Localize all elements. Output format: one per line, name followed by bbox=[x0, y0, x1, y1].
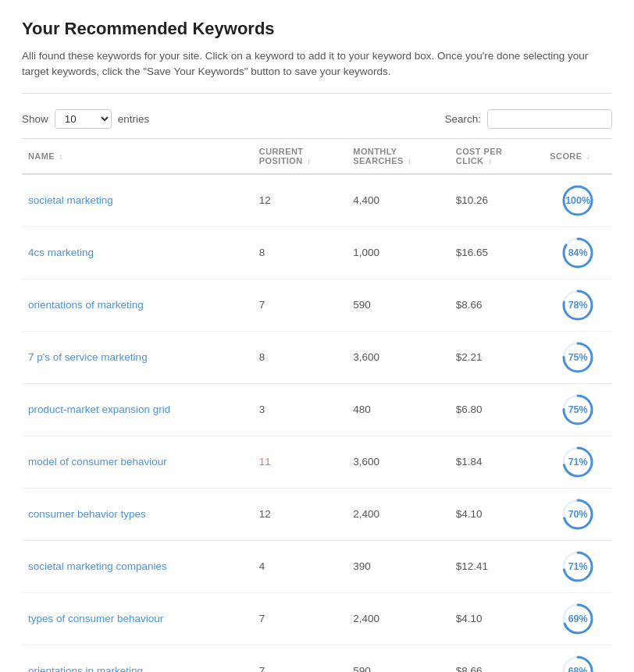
score-circle: 71% bbox=[561, 445, 595, 479]
table-row: societal marketing companies4390$12.41 7… bbox=[22, 540, 612, 592]
table-row: orientations of marketing7590$8.66 78% bbox=[22, 279, 612, 331]
table-row: types of consumer behaviour72,400$4.10 6… bbox=[22, 592, 612, 645]
table-row: product-market expansion grid3480$6.80 7… bbox=[22, 383, 612, 436]
score-cell: 78% bbox=[543, 279, 612, 331]
table-row: 7 p's of service marketing83,600$2.21 75… bbox=[22, 331, 612, 383]
table-row: 4cs marketing81,000$16.65 84% bbox=[22, 226, 612, 279]
page-description: Alli found these keywords for your site.… bbox=[22, 48, 612, 94]
position-cell: 12 bbox=[253, 174, 347, 227]
col-header-cpc[interactable]: COST PERCLICK ↕ bbox=[450, 138, 544, 174]
keyword-link[interactable]: 4cs marketing bbox=[28, 247, 94, 258]
keyword-table: NAME ↕ CURRENTPOSITION ↕ MONTHLYSEARCHES… bbox=[22, 138, 612, 673]
score-value: 71% bbox=[568, 457, 588, 468]
col-header-position[interactable]: CURRENTPOSITION ↕ bbox=[253, 138, 347, 174]
keyword-link[interactable]: societal marketing companies bbox=[28, 560, 167, 572]
monthly-searches-cell: 480 bbox=[347, 383, 449, 436]
score-sort-icon: ↓ bbox=[586, 152, 590, 161]
score-value: 75% bbox=[568, 404, 588, 415]
keyword-link[interactable]: model of consumer behaviour bbox=[28, 456, 167, 468]
keyword-link[interactable]: 7 p's of service marketing bbox=[28, 351, 148, 363]
score-value: 70% bbox=[568, 509, 588, 520]
monthly-searches-cell: 3,600 bbox=[347, 436, 449, 488]
score-circle: 78% bbox=[561, 288, 595, 322]
score-value: 78% bbox=[568, 300, 588, 311]
score-value: 100% bbox=[565, 195, 590, 206]
score-value: 69% bbox=[568, 613, 588, 624]
position-cell: 8 bbox=[253, 331, 347, 383]
score-value: 84% bbox=[568, 247, 588, 258]
score-circle: 100% bbox=[561, 183, 595, 218]
cpc-sort-icon: ↕ bbox=[488, 157, 492, 165]
cpc-cell: $1.84 bbox=[450, 436, 544, 488]
cpc-cell: $12.41 bbox=[450, 540, 544, 592]
score-cell: 71% bbox=[543, 540, 612, 592]
position-cell: 7 bbox=[253, 645, 347, 672]
score-cell: 75% bbox=[543, 331, 612, 383]
score-value: 71% bbox=[568, 561, 588, 572]
position-cell: 11 bbox=[253, 436, 347, 488]
search-label: Search: bbox=[444, 113, 481, 125]
col-header-name[interactable]: NAME ↕ bbox=[22, 138, 253, 174]
score-circle: 70% bbox=[561, 497, 595, 532]
entries-label: entries bbox=[118, 113, 150, 125]
score-cell: 68% bbox=[543, 645, 612, 672]
search-box: Search: bbox=[444, 109, 612, 129]
table-row: consumer behavior types122,400$4.10 70% bbox=[22, 488, 612, 540]
cpc-cell: $8.66 bbox=[450, 279, 544, 331]
monthly-searches-cell: 590 bbox=[347, 279, 449, 331]
table-row: model of consumer behaviour113,600$1.84 … bbox=[22, 436, 612, 488]
position-cell: 12 bbox=[253, 488, 347, 540]
table-row: orientations in marketing7590$8.66 68% bbox=[22, 645, 612, 672]
keyword-link[interactable]: orientations of marketing bbox=[28, 299, 144, 311]
score-circle: 69% bbox=[561, 602, 595, 636]
monthly-searches-cell: 1,000 bbox=[347, 226, 449, 279]
monthly-searches-cell: 4,400 bbox=[347, 174, 449, 227]
monthly-sort-icon: ↕ bbox=[408, 157, 411, 165]
show-label: Show bbox=[22, 113, 48, 125]
score-cell: 84% bbox=[543, 226, 612, 279]
score-circle: 75% bbox=[561, 393, 595, 427]
cpc-cell: $8.66 bbox=[450, 645, 544, 672]
keyword-link[interactable]: societal marketing bbox=[28, 194, 113, 206]
keyword-link[interactable]: types of consumer behaviour bbox=[28, 613, 163, 624]
cpc-cell: $4.10 bbox=[450, 488, 544, 540]
score-value: 68% bbox=[568, 666, 588, 673]
position-cell: 3 bbox=[253, 383, 347, 436]
score-cell: 100% bbox=[543, 174, 612, 227]
monthly-searches-cell: 3,600 bbox=[347, 331, 449, 383]
monthly-searches-cell: 590 bbox=[347, 645, 449, 672]
score-cell: 70% bbox=[543, 488, 612, 540]
table-body: societal marketing124,400$10.26 100% 4cs… bbox=[22, 174, 612, 673]
table-controls: Show 10 25 50 100 entries Search: bbox=[22, 109, 612, 129]
keyword-link[interactable]: orientations in marketing bbox=[28, 665, 143, 672]
position-cell: 4 bbox=[253, 540, 347, 592]
page-title: Your Recommended Keywords bbox=[22, 19, 612, 39]
show-entries-control: Show 10 25 50 100 entries bbox=[22, 109, 149, 129]
col-header-monthly[interactable]: MONTHLYSEARCHES ↕ bbox=[347, 138, 449, 174]
score-value: 75% bbox=[568, 352, 588, 363]
keyword-link[interactable]: consumer behavior types bbox=[28, 508, 146, 520]
monthly-searches-cell: 2,400 bbox=[347, 488, 449, 540]
score-circle: 68% bbox=[561, 654, 595, 673]
cpc-cell: $16.65 bbox=[450, 226, 544, 279]
score-cell: 69% bbox=[543, 592, 612, 645]
position-cell: 7 bbox=[253, 592, 347, 645]
score-circle: 71% bbox=[561, 549, 595, 584]
position-cell: 7 bbox=[253, 279, 347, 331]
monthly-searches-cell: 390 bbox=[347, 540, 449, 592]
col-header-score[interactable]: SCORE ↓ bbox=[543, 138, 612, 174]
name-sort-icon: ↕ bbox=[59, 152, 62, 161]
score-circle: 84% bbox=[561, 236, 595, 270]
cpc-cell: $10.26 bbox=[450, 174, 544, 227]
keyword-link[interactable]: product-market expansion grid bbox=[28, 404, 170, 415]
table-row: societal marketing124,400$10.26 100% bbox=[22, 174, 612, 227]
cpc-cell: $4.10 bbox=[450, 592, 544, 645]
score-circle: 75% bbox=[561, 340, 595, 375]
search-input[interactable] bbox=[487, 109, 612, 129]
table-header-row: NAME ↕ CURRENTPOSITION ↕ MONTHLYSEARCHES… bbox=[22, 138, 612, 174]
entries-select[interactable]: 10 25 50 100 bbox=[55, 109, 112, 129]
monthly-searches-cell: 2,400 bbox=[347, 592, 449, 645]
cpc-cell: $2.21 bbox=[450, 331, 544, 383]
score-cell: 71% bbox=[543, 436, 612, 488]
position-cell: 8 bbox=[253, 226, 347, 279]
